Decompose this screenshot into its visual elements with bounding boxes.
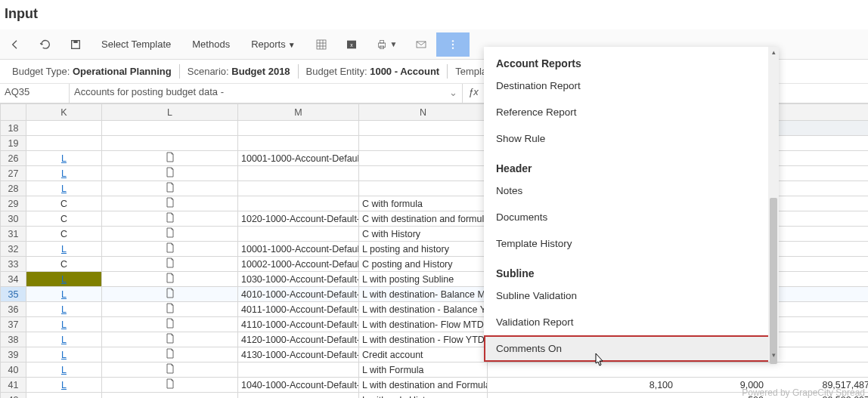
cell[interactable] <box>102 151 238 166</box>
row-header[interactable]: 34 <box>1 272 26 287</box>
table-row[interactable]: 42L with only History50089,502,09789,480… <box>1 393 869 399</box>
document-icon[interactable] <box>166 320 175 331</box>
save-button[interactable] <box>60 34 91 55</box>
cell[interactable] <box>102 196 238 211</box>
row-header[interactable]: 35 <box>1 287 26 302</box>
back-button[interactable] <box>0 34 30 55</box>
row-header[interactable]: 37 <box>1 317 26 332</box>
cell[interactable]: L <box>26 332 102 347</box>
cell[interactable] <box>102 136 238 151</box>
row-header[interactable]: 19 <box>1 136 26 151</box>
cell[interactable]: L <box>26 287 102 302</box>
document-icon[interactable] <box>166 381 175 391</box>
row-header[interactable]: 31 <box>1 227 26 242</box>
cell[interactable] <box>238 196 359 211</box>
row-header[interactable]: 18 <box>1 121 26 136</box>
scroll-up-arrow-icon[interactable]: ▴ <box>770 48 777 57</box>
cell[interactable]: L <box>26 302 102 317</box>
link[interactable]: L <box>61 319 67 330</box>
link[interactable]: L <box>61 184 67 194</box>
cell[interactable] <box>102 287 238 302</box>
row-header[interactable]: 28 <box>1 181 26 196</box>
cell[interactable]: 10001-1000-Account-Default <box>238 151 359 166</box>
cell[interactable] <box>238 121 359 136</box>
row-header[interactable]: 42 <box>1 393 26 399</box>
menu-item-show-rule[interactable]: Show Rule <box>484 125 779 152</box>
row-header[interactable]: 27 <box>1 166 26 181</box>
col-header[interactable]: M <box>238 104 359 121</box>
cell[interactable]: C <box>26 196 102 211</box>
cell[interactable]: L with destination- Balance MTD <box>359 287 488 302</box>
cell[interactable]: 1040-1000-Account-Default-D <box>238 378 359 393</box>
cell[interactable] <box>102 166 238 181</box>
cell[interactable]: C with History <box>359 227 488 242</box>
cell[interactable] <box>26 121 102 136</box>
cell[interactable] <box>102 242 238 257</box>
cell[interactable]: L with posting Subline <box>359 272 488 287</box>
name-box[interactable]: Accounts for posting budget data -⌄ <box>70 84 463 103</box>
link[interactable]: L <box>61 274 67 285</box>
cell[interactable] <box>238 136 359 151</box>
cell[interactable]: C with destination and formula <box>359 211 488 227</box>
cell[interactable]: L <box>26 378 102 393</box>
cell[interactable] <box>359 136 488 151</box>
row-header[interactable]: 33 <box>1 257 26 272</box>
menu-item-notes[interactable]: Notes <box>484 177 779 204</box>
cell[interactable]: 10001-1000-Account-Default <box>238 242 359 257</box>
cell[interactable]: 4130-1000-Account-Default-D <box>238 347 359 363</box>
cell[interactable]: 4120-1000-Account-Default-D <box>238 332 359 347</box>
cell[interactable] <box>26 136 102 151</box>
cell[interactable]: 10002-1000-Account-Default-D <box>238 257 359 272</box>
cell-reference[interactable]: AQ35 <box>0 84 70 103</box>
document-icon[interactable] <box>166 214 175 225</box>
link[interactable]: L <box>61 244 67 255</box>
cell[interactable] <box>102 211 238 227</box>
cell[interactable] <box>102 272 238 287</box>
cell[interactable]: L with destination- Flow MTD <box>359 317 488 332</box>
print-dropdown[interactable]: ▼ <box>367 34 407 55</box>
cell[interactable] <box>359 181 488 196</box>
row-header[interactable]: 32 <box>1 242 26 257</box>
menu-item-template-history[interactable]: Template History <box>484 230 779 257</box>
cell[interactable] <box>102 257 238 272</box>
scroll-down-arrow-icon[interactable]: ▾ <box>770 351 777 360</box>
cell[interactable]: L <box>26 347 102 363</box>
menu-item-destination-report[interactable]: Destination Report <box>484 73 779 99</box>
menu-item-comments-on[interactable]: Comments On <box>484 335 779 362</box>
col-header[interactable]: K <box>26 104 102 121</box>
row-header[interactable]: 38 <box>1 332 26 347</box>
link[interactable]: L <box>61 168 67 179</box>
cell[interactable]: 4011-1000-Account-Default-D <box>238 302 359 317</box>
cell[interactable]: L with Formula <box>359 363 488 378</box>
row-header[interactable]: 40 <box>1 363 26 378</box>
menu-item-validation-report[interactable]: Validation Report <box>484 309 779 335</box>
cell[interactable] <box>102 378 238 393</box>
menu-item-documents[interactable]: Documents <box>484 204 779 230</box>
col-header[interactable]: L <box>102 104 238 121</box>
cell[interactable] <box>238 166 359 181</box>
cell[interactable]: C with formula <box>359 196 488 211</box>
more-menu-button[interactable] <box>436 32 470 57</box>
corner-cell[interactable] <box>1 104 26 121</box>
link[interactable]: L <box>61 304 67 315</box>
cell[interactable]: C <box>26 227 102 242</box>
document-icon[interactable] <box>166 350 175 361</box>
cell[interactable]: L with destination - Balance YTD <box>359 302 488 317</box>
document-icon[interactable] <box>166 335 175 346</box>
table-row[interactable]: 40LL with Formula9,789 <box>1 363 869 378</box>
table-button[interactable] <box>306 34 336 55</box>
cell[interactable]: L <box>26 151 102 166</box>
cell[interactable]: L <box>26 242 102 257</box>
cell[interactable]: L <box>26 272 102 287</box>
link[interactable]: L <box>61 350 67 360</box>
select-template-button[interactable]: Select Template <box>91 34 181 54</box>
cell[interactable]: L <box>26 181 102 196</box>
link[interactable]: L <box>61 335 67 345</box>
cell[interactable]: 4110-1000-Account-Default-D <box>238 317 359 332</box>
document-icon[interactable] <box>166 230 175 240</box>
cell[interactable] <box>26 393 102 399</box>
document-icon[interactable] <box>166 290 175 301</box>
cell[interactable]: L posting and history <box>359 242 488 257</box>
cell[interactable] <box>359 121 488 136</box>
cell[interactable] <box>359 166 488 181</box>
